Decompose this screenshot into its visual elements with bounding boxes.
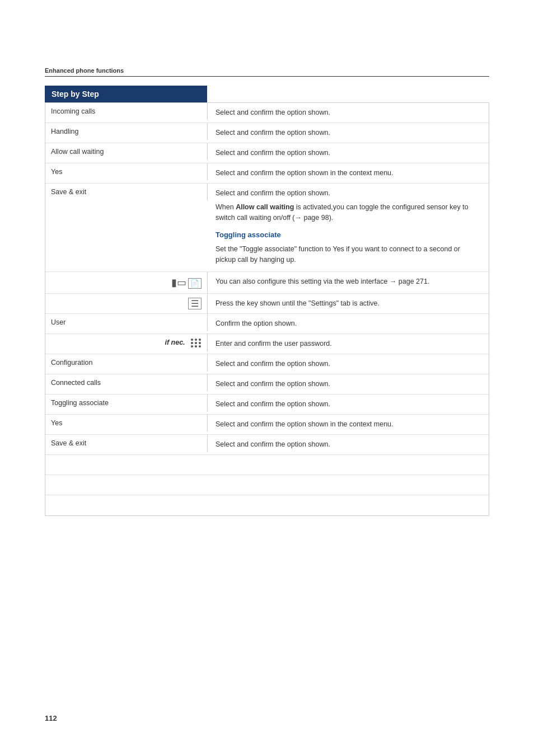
step-left-connected-calls: Connected calls [45, 374, 208, 391]
toggling-associate-desc: Set the "Toggle associate" function to Y… [216, 244, 481, 265]
step-right-keyboard-icon: You can also configure this setting via … [208, 272, 489, 292]
step-right-yes-1: Select and confirm the option shown in t… [208, 163, 489, 183]
step-left-incoming-calls: Incoming calls [45, 103, 208, 120]
toggling-associate-heading: Toggling associate [216, 229, 481, 241]
step-left-yes-1: Yes [45, 163, 208, 180]
step-left-toggling-associate: Toggling associate [45, 395, 208, 411]
step-left-allow-call-waiting: Allow call waiting [45, 143, 208, 160]
menu-icon: ☰ [188, 298, 202, 309]
page-header-title: Enhanced phone functions [45, 67, 124, 74]
step-left-menu-icon: ☰ [45, 294, 208, 313]
step-left-configuration: Configuration [45, 354, 208, 371]
step-right-menu-icon: Press the key shown until the "Settings"… [208, 294, 489, 313]
step-right-handling: Select and confirm the option shown. [208, 123, 489, 143]
page-header: Enhanced phone functions [45, 67, 489, 77]
table-row: Configuration Select and confirm the opt… [45, 354, 489, 374]
table-row: Save & exit Select and confirm the optio… [45, 184, 489, 272]
table-row: Toggling associate Select and confirm th… [45, 395, 489, 415]
page-number: 112 [45, 714, 57, 722]
table-row: Connected calls Select and confirm the o… [45, 374, 489, 395]
if-nec-label: if nec. [165, 339, 185, 347]
step-right-toggling-associate: Select and confirm the option shown. [208, 395, 489, 414]
step-right-user: Confirm the option shown. [208, 314, 489, 334]
step-left-save-exit-2: Save & exit [45, 435, 208, 452]
step-right-connected-calls: Select and confirm the option shown. [208, 374, 489, 394]
table-row-empty [45, 495, 489, 515]
page: Enhanced phone functions Step by Step In… [0, 0, 534, 756]
table-row: Handling Select and confirm the option s… [45, 123, 489, 143]
table-row-empty [45, 455, 489, 475]
save-exit-line1: Select and confirm the option shown. [216, 188, 481, 199]
save-exit-line2: When Allow call waiting is activated,you… [216, 202, 481, 223]
step-right-save-exit-1: Select and confirm the option shown. Whe… [208, 184, 489, 271]
table-row-empty [45, 475, 489, 495]
step-right-configuration: Select and confirm the option shown. [208, 354, 489, 374]
step-by-step-header: Step by Step [45, 86, 207, 102]
step-left-save-exit-1: Save & exit [45, 184, 208, 200]
steps-table: Incoming calls Select and confirm the op… [45, 102, 489, 516]
keyboard-icon-symbol: 📄 [188, 278, 202, 289]
step-right-save-exit-2: Select and confirm the option shown. [208, 435, 489, 454]
table-row: User Confirm the option shown. [45, 314, 489, 334]
step-left-handling: Handling [45, 123, 208, 140]
step-left-keyboard-icon: ▮▭ 📄 [45, 272, 208, 293]
step-left-yes-2: Yes [45, 415, 208, 431]
bold-allow-call-waiting: Allow call waiting [236, 203, 294, 211]
table-row: Allow call waiting Select and confirm th… [45, 143, 489, 163]
step-left-user: User [45, 314, 208, 331]
keypad-icon [191, 339, 202, 348]
step-right-yes-2: Select and confirm the option shown in t… [208, 415, 489, 434]
table-row: Yes Select and confirm the option shown … [45, 163, 489, 184]
step-by-step-container: Step by Step Incoming calls Select and c… [45, 86, 489, 516]
keyboard-icon: ▮▭ [171, 277, 186, 288]
table-row: Save & exit Select and confirm the optio… [45, 435, 489, 455]
table-row: Incoming calls Select and confirm the op… [45, 103, 489, 123]
step-left-if-nec: if nec. [45, 334, 208, 352]
table-row: ☰ Press the key shown until the "Setting… [45, 294, 489, 314]
table-row: if nec. Enter and con [45, 334, 489, 354]
table-row: Yes Select and confirm the option shown … [45, 415, 489, 435]
step-right-if-nec: Enter and confirm the user password. [208, 334, 489, 354]
step-right-allow-call-waiting: Select and confirm the option shown. [208, 143, 489, 163]
table-row: ▮▭ 📄 You can also configure this setting… [45, 272, 489, 294]
step-right-incoming-calls: Select and confirm the option shown. [208, 103, 489, 123]
